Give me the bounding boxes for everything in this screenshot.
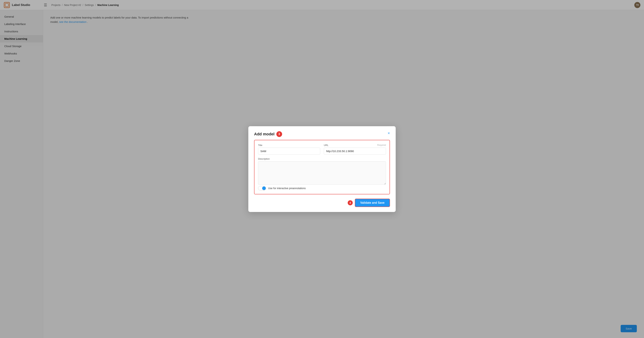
title-input[interactable] (258, 148, 320, 155)
modal-footer: 4 Validate and Save (254, 199, 390, 207)
description-label: Description (258, 158, 386, 160)
toggle-label: Use for interactive preannotations (268, 187, 306, 190)
url-label-row: URL Required (324, 144, 386, 147)
form-section: Title URL Required Description (254, 140, 390, 194)
toggle-thumb (262, 186, 266, 190)
modal-overlay: Add model 3 × Title URL Required (0, 0, 644, 338)
description-textarea[interactable] (258, 161, 386, 185)
description-group: Description (258, 158, 386, 185)
url-group: URL Required (324, 144, 386, 155)
step-3-badge: 3 (276, 131, 282, 137)
url-required: Required (377, 144, 386, 146)
url-input[interactable] (324, 148, 386, 155)
url-label: URL (324, 144, 328, 147)
title-url-row: Title URL Required (258, 144, 386, 155)
modal-title-area: Add model 3 (254, 131, 282, 137)
modal-header: Add model 3 × (254, 131, 390, 137)
title-group: Title (258, 144, 320, 155)
modal-close-button[interactable]: × (388, 131, 390, 135)
toggle-row: Use for interactive preannotations (258, 186, 386, 190)
validate-save-button[interactable]: Validate and Save (355, 199, 390, 207)
add-model-modal: Add model 3 × Title URL Required (248, 126, 396, 212)
step-4-badge: 4 (348, 200, 353, 205)
modal-title: Add model (254, 132, 274, 136)
preannotation-toggle[interactable] (258, 186, 266, 190)
title-label: Title (258, 144, 320, 147)
